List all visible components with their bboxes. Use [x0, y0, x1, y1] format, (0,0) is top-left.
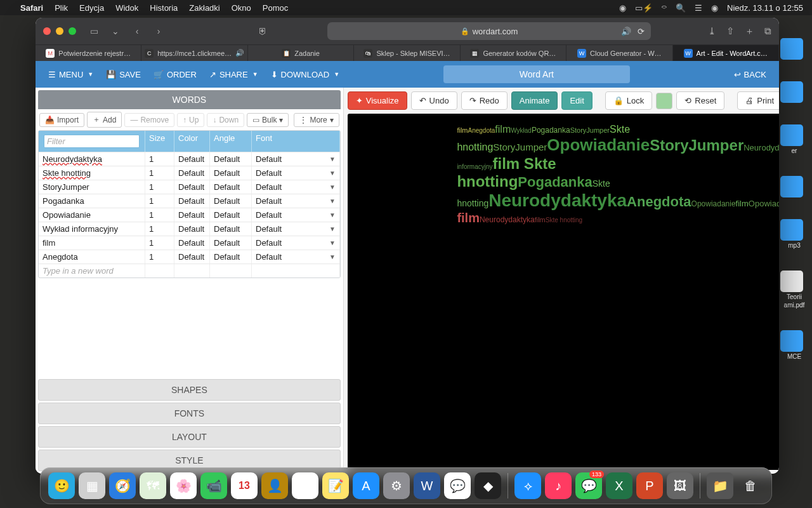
lock-button[interactable]: 🔒 Lock	[605, 91, 652, 110]
sidebar-toggle-icon[interactable]: ▭	[86, 23, 102, 39]
dock-word[interactable]: W	[414, 472, 440, 499]
color-cell[interactable]: Default	[174, 166, 210, 180]
dock-messenger[interactable]: 💬	[444, 472, 471, 499]
font-cell[interactable]: Default▼	[252, 236, 340, 250]
table-row[interactable]: StoryJumper1DefaultDefaultDefault▼	[39, 180, 340, 194]
font-cell[interactable]: Default▼	[252, 152, 340, 166]
col-angle[interactable]: Angle	[210, 131, 252, 152]
size-cell[interactable]: 1	[145, 180, 174, 194]
menu-item[interactable]: Widok	[115, 3, 138, 13]
menu-item[interactable]: Pomoc	[263, 3, 288, 13]
words-section-header[interactable]: WORDS	[38, 90, 341, 109]
print-button[interactable]: 🖨 Print	[737, 91, 779, 110]
desktop-folder[interactable]	[780, 124, 803, 146]
cloud-word[interactable]: Opowiadanie	[749, 199, 779, 208]
cloud-word[interactable]: film	[535, 216, 546, 224]
menu-item[interactable]: Okno	[232, 3, 251, 13]
cloud-word[interactable]: Wykład	[511, 127, 532, 134]
color-cell[interactable]: Default	[174, 180, 210, 194]
control-center-icon[interactable]: ☰	[695, 3, 702, 13]
cloud-word[interactable]: film	[736, 199, 749, 208]
cloud-word[interactable]: StoryJumper	[493, 142, 547, 152]
bulk-button[interactable]: ▭ Bulk ▾	[247, 113, 289, 127]
dock-downloads[interactable]: 📁	[707, 472, 733, 499]
menu-item[interactable]: Edycja	[79, 3, 104, 13]
chevron-down-icon[interactable]: ⌄	[108, 23, 123, 39]
spotlight-icon[interactable]: 🔍	[676, 3, 686, 13]
color-swatch[interactable]	[656, 93, 672, 109]
menu-button[interactable]: ☰ MENU▼	[42, 66, 100, 83]
size-cell[interactable]: 1	[145, 152, 174, 166]
share-button[interactable]: ↗ SHARE▼	[203, 66, 265, 83]
window-zoom-button[interactable]	[69, 27, 76, 35]
new-word-input[interactable]: Type in a new word	[39, 264, 145, 277]
app-name[interactable]: Safari	[20, 3, 43, 13]
import-button[interactable]: 📥 Import	[39, 113, 84, 127]
dock-finder[interactable]: 🙂	[48, 472, 75, 499]
table-row[interactable]: Skte hnotting1DefaultDefaultDefault▼	[39, 166, 340, 180]
dock-facetime[interactable]: 📹	[200, 472, 227, 499]
desktop-folder[interactable]	[780, 330, 803, 352]
size-cell[interactable]: 1	[145, 166, 174, 180]
wordart-canvas[interactable]: filmAnegdotafilmWykładPogadankaStoryJump…	[348, 114, 779, 470]
desktop-folder[interactable]	[780, 176, 803, 197]
font-cell[interactable]: Default▼	[252, 180, 340, 194]
color-cell[interactable]: Default	[174, 222, 210, 236]
dock-unity[interactable]: ◆	[475, 472, 501, 499]
size-cell[interactable]: 1	[145, 194, 174, 208]
window-close-button[interactable]	[43, 27, 51, 35]
angle-cell[interactable]: Default	[210, 250, 252, 264]
up-button[interactable]: ↑ Up	[177, 113, 204, 127]
font-cell[interactable]: Default▼	[252, 222, 340, 236]
cloud-word[interactable]: film	[457, 126, 468, 134]
table-row[interactable]: Neurodydaktyka1DefaultDefaultDefault▼	[39, 152, 340, 166]
angle-cell[interactable]: Default	[210, 152, 252, 166]
cloud-word[interactable]: Anegdota	[627, 194, 691, 210]
address-bar[interactable]: 🔒 wordart.com 🔊 ⟳	[327, 22, 651, 40]
angle-cell[interactable]: Default	[210, 166, 252, 180]
dock-excel[interactable]: X	[606, 472, 632, 499]
color-cell[interactable]: Default	[174, 208, 210, 222]
cloud-word[interactable]: Neurodydaktyka	[743, 143, 779, 152]
screen-record-icon[interactable]: ◉	[619, 3, 626, 13]
artwork-title[interactable]: Word Art	[443, 65, 630, 83]
cloud-word[interactable]: Pogadanka	[532, 126, 570, 135]
reset-button[interactable]: ⟲ Reset	[676, 91, 724, 110]
dock-messages[interactable]: 💬133	[575, 472, 602, 499]
col-font[interactable]: Font	[252, 131, 340, 152]
size-cell[interactable]: 1	[145, 208, 174, 222]
browser-tab[interactable]: 📋Zadanie	[248, 45, 354, 61]
browser-tab[interactable]: 🛍Sklep - Sklep MISEVI…	[354, 45, 460, 61]
browser-tab[interactable]: WArt - Edit - WordArt.c…	[673, 45, 779, 61]
word-cell[interactable]: film	[39, 236, 145, 250]
battery-icon[interactable]: ▭⚡	[635, 3, 653, 13]
dock-appstore[interactable]: A	[353, 472, 379, 499]
layout-section[interactable]: LAYOUT	[38, 426, 341, 448]
downloads-icon[interactable]: ⤓	[708, 25, 716, 37]
download-button[interactable]: ⬇ DOWNLOAD▼	[265, 66, 346, 83]
dock-bluetooth[interactable]: ⟡	[514, 472, 541, 499]
menubar-clock[interactable]: Niedz. 13.11 o 12:55	[727, 3, 803, 13]
desktop-folder[interactable]	[780, 38, 803, 60]
dock-music[interactable]: ♪	[545, 472, 572, 499]
color-cell[interactable]: Default	[174, 236, 210, 250]
table-row[interactable]: Opowiadanie1DefaultDefaultDefault▼	[39, 208, 340, 222]
dock-powerpoint[interactable]: P	[636, 472, 663, 499]
dock-contacts[interactable]: 👤	[261, 472, 288, 499]
angle-cell[interactable]: Default	[210, 180, 252, 194]
dock-notes[interactable]: 📝	[322, 472, 349, 499]
color-cell[interactable]: Default	[174, 194, 210, 208]
angle-cell[interactable]: Default	[210, 222, 252, 236]
color-cell[interactable]: Default	[174, 250, 210, 264]
browser-tab[interactable]: WCloud Generator - W…	[566, 45, 672, 61]
size-cell[interactable]: 1	[145, 222, 174, 236]
cloud-word[interactable]: Skte hnotting	[546, 217, 582, 224]
browser-tab[interactable]: ▦Generator kodów QR…	[461, 45, 566, 61]
more-button[interactable]: ⋮ More ▾	[294, 113, 339, 127]
filter-input[interactable]: Filter	[44, 135, 140, 148]
col-color[interactable]: Color	[174, 131, 210, 152]
font-cell[interactable]: Default▼	[252, 250, 340, 264]
size-cell[interactable]: 1	[145, 236, 174, 250]
desktop-folder[interactable]	[780, 219, 803, 241]
wifi-icon[interactable]: ⌔	[662, 3, 667, 13]
